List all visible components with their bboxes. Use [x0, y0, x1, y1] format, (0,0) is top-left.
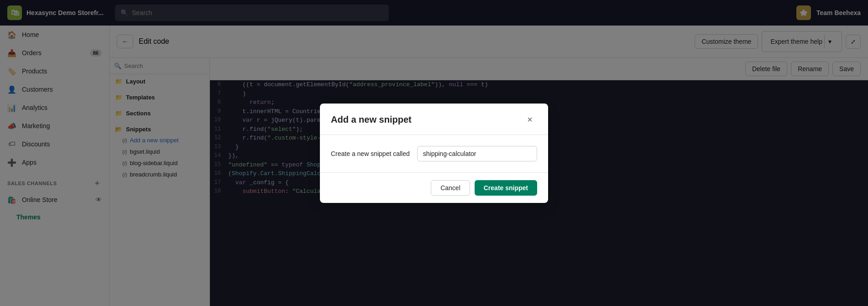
modal-footer: Cancel Create snippet — [320, 172, 548, 203]
cancel-button[interactable]: Cancel — [431, 180, 470, 196]
modal-close-button[interactable]: × — [523, 113, 537, 127]
modal-title: Add a new snippet — [331, 114, 412, 125]
add-snippet-modal: Add a new snippet × Create a new snippet… — [320, 104, 548, 203]
modal-body: Create a new snippet called — [320, 135, 548, 172]
create-snippet-button[interactable]: Create snippet — [475, 180, 537, 196]
modal-header: Add a new snippet × — [320, 104, 548, 135]
modal-overlay[interactable]: Add a new snippet × Create a new snippet… — [0, 0, 868, 306]
snippet-name-input[interactable] — [417, 146, 537, 161]
modal-label: Create a new snippet called — [331, 150, 410, 157]
